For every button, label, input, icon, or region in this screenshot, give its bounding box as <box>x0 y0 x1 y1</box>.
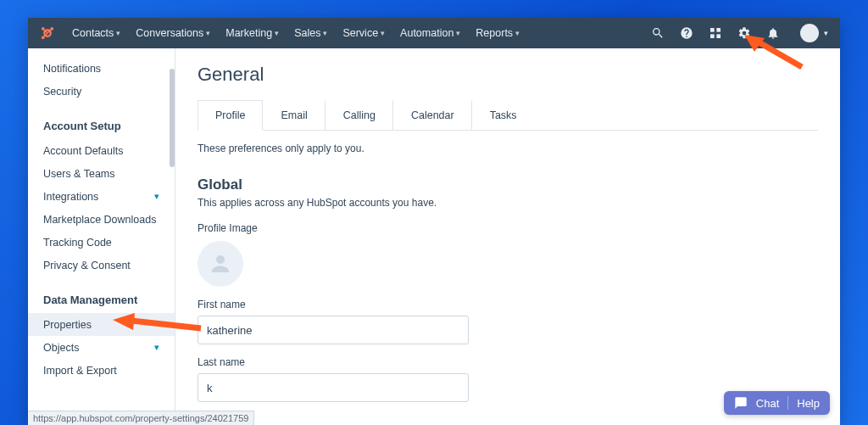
help-widget[interactable]: Chat Help <box>724 391 830 415</box>
tab-tasks[interactable]: Tasks <box>472 100 534 131</box>
svg-rect-9 <box>710 34 715 38</box>
nav-automation[interactable]: Automation▾ <box>395 24 465 42</box>
chevron-down-icon: ▾ <box>116 29 120 37</box>
settings-sidebar: Notifications Security Account Setup Acc… <box>28 48 175 425</box>
chevron-down-icon: ▾ <box>206 29 210 37</box>
global-section-title: Global <box>198 176 818 193</box>
gear-icon[interactable] <box>737 26 751 40</box>
sidebar-item-tracking-code[interactable]: Tracking Code <box>28 231 175 254</box>
page-title: General <box>198 64 818 86</box>
chat-icon <box>734 396 748 410</box>
sidebar-item-users-teams[interactable]: Users & Teams <box>28 162 175 185</box>
avatar-icon <box>800 24 819 42</box>
divider <box>787 396 788 410</box>
sidebar-item-objects[interactable]: Objects▾ <box>28 336 175 359</box>
scrollbar[interactable] <box>170 69 175 167</box>
sidebar-item-account-defaults[interactable]: Account Defaults <box>28 139 175 162</box>
sidebar-item-marketplace-downloads[interactable]: Marketplace Downloads <box>28 208 175 231</box>
chevron-down-icon: ▾ <box>824 29 828 37</box>
last-name-label: Last name <box>198 356 818 368</box>
help-label: Help <box>797 397 820 410</box>
account-menu[interactable]: ▾ <box>795 24 828 42</box>
global-section-subtitle: This applies across any HubSpot accounts… <box>198 197 818 209</box>
main-content: General Profile Email Calling Calendar T… <box>175 48 840 425</box>
nav-contacts[interactable]: Contacts▾ <box>67 24 125 42</box>
chevron-down-icon: ▾ <box>515 29 520 37</box>
sidebar-header-account-setup: Account Setup <box>28 113 175 139</box>
tab-email[interactable]: Email <box>263 100 325 131</box>
chevron-down-icon: ▾ <box>381 29 385 37</box>
sidebar-item-security[interactable]: Security <box>28 80 175 103</box>
first-name-label: First name <box>198 299 818 310</box>
chevron-down-icon: ▾ <box>456 29 460 37</box>
marketplace-icon[interactable] <box>709 26 722 40</box>
chevron-down-icon: ▾ <box>275 29 279 37</box>
bell-icon[interactable] <box>766 26 780 40</box>
tab-profile[interactable]: Profile <box>198 100 263 131</box>
tab-calendar[interactable]: Calendar <box>393 100 472 131</box>
sidebar-item-import-export[interactable]: Import & Export <box>28 359 175 382</box>
chat-label: Chat <box>756 397 779 410</box>
nav-service[interactable]: Service▾ <box>337 24 390 42</box>
help-circle-icon[interactable] <box>680 26 693 40</box>
first-name-input[interactable] <box>198 316 469 344</box>
chevron-down-icon: ▾ <box>154 342 159 353</box>
svg-rect-7 <box>710 28 715 32</box>
nav-sales[interactable]: Sales▾ <box>289 24 332 42</box>
profile-image-upload[interactable] <box>198 241 243 287</box>
chevron-down-icon: ▾ <box>154 191 159 202</box>
tabs: Profile Email Calling Calendar Tasks <box>198 99 818 131</box>
primary-nav: Contacts▾ Conversations▾ Marketing▾ Sale… <box>67 24 651 42</box>
nav-marketing[interactable]: Marketing▾ <box>220 24 284 42</box>
top-navbar: Contacts▾ Conversations▾ Marketing▾ Sale… <box>28 18 840 48</box>
person-icon <box>208 251 233 277</box>
nav-conversations[interactable]: Conversations▾ <box>131 24 215 42</box>
last-name-input[interactable] <box>198 373 469 402</box>
tab-calling[interactable]: Calling <box>326 100 393 131</box>
sidebar-item-properties[interactable]: Properties <box>28 313 175 336</box>
sidebar-header-data-management: Data Management <box>28 287 175 313</box>
nav-right: ▾ <box>651 24 828 42</box>
sidebar-item-privacy-consent[interactable]: Privacy & Consent <box>28 254 175 277</box>
status-url-preview: https://app.hubspot.com/property-setting… <box>28 411 254 425</box>
nav-reports[interactable]: Reports▾ <box>470 24 525 42</box>
svg-rect-8 <box>716 28 721 32</box>
tabs-subtext: These preferences only apply to you. <box>198 143 818 154</box>
sidebar-item-integrations[interactable]: Integrations▾ <box>28 185 175 208</box>
svg-rect-10 <box>716 34 721 38</box>
hubspot-logo-icon[interactable] <box>40 25 55 41</box>
profile-image-label: Profile Image <box>198 222 818 234</box>
search-icon[interactable] <box>651 26 665 40</box>
chevron-down-icon: ▾ <box>323 29 327 37</box>
sidebar-item-notifications[interactable]: Notifications <box>28 57 175 80</box>
